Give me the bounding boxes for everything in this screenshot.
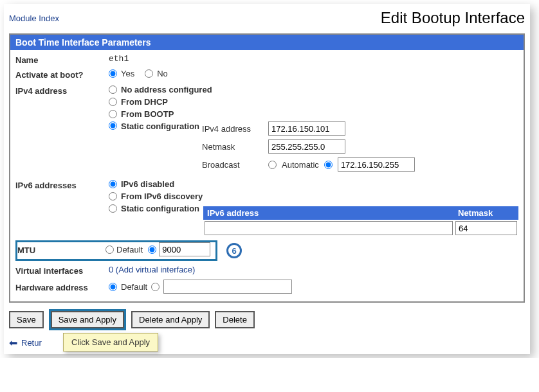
mtu-label: MTU [17, 244, 105, 255]
ipv4-static-radio[interactable] [109, 121, 117, 130]
ipv6-static-radio[interactable] [109, 204, 117, 213]
ipv6-addr-input[interactable] [205, 221, 453, 235]
ipv4-static-label: Static configuration [121, 121, 199, 131]
hw-default-label: Default [121, 282, 147, 292]
tooltip-save-apply: Click Save and Apply [63, 333, 158, 352]
broadcast-input[interactable] [338, 157, 415, 172]
callout-badge-6: 6 [226, 243, 242, 258]
activate-yes-label: Yes [121, 69, 134, 78]
name-label: Name [15, 54, 109, 65]
ipv4-label: IPv4 address [15, 85, 109, 96]
broadcast-label: Broadcast [202, 160, 263, 170]
ipv6-label: IPv6 addresses [15, 179, 109, 190]
save-button[interactable]: Save [9, 311, 44, 328]
arrow-left-icon: ⬅ [9, 337, 17, 349]
ipv4-addr-label: IPv4 address [202, 124, 263, 134]
delete-apply-button[interactable]: Delete and Apply [131, 311, 210, 328]
hw-label: Hardware address [15, 281, 109, 292]
activate-no-radio[interactable] [145, 69, 153, 78]
ipv4-dhcp-radio[interactable] [109, 98, 117, 106]
ipv6-discovery-radio[interactable] [109, 192, 117, 200]
delete-button[interactable]: Delete [215, 311, 255, 328]
mtu-default-radio[interactable] [105, 245, 114, 254]
mtu-custom-radio[interactable] [148, 245, 156, 254]
broadcast-auto-label: Automatic [282, 160, 319, 170]
activate-yes-radio[interactable] [109, 69, 117, 78]
activate-no-label: No [157, 69, 168, 78]
hw-custom-radio[interactable] [151, 283, 160, 291]
ipv4-dhcp-label: From DHCP [121, 97, 168, 107]
save-apply-button[interactable]: Save and Apply [51, 311, 124, 328]
mtu-input[interactable] [159, 242, 210, 256]
ipv6-netmask-input[interactable] [455, 221, 517, 235]
ipv4-addr-input[interactable] [268, 121, 345, 136]
name-value: eth1 [109, 54, 518, 64]
page-title: Edit Bootup Interface [381, 9, 525, 27]
ipv4-bootp-radio[interactable] [109, 110, 117, 118]
netmask-label: Netmask [202, 142, 263, 152]
boot-params-panel: Boot Time Interface Parameters Name eth1… [9, 33, 525, 303]
panel-header: Boot Time Interface Parameters [10, 35, 524, 50]
return-link[interactable]: Retur [21, 338, 42, 348]
ipv6-addr-header: IPv6 address [203, 206, 454, 220]
save-apply-highlight: Save and Apply [49, 309, 126, 330]
ipv6-discovery-label: From IPv6 discovery [121, 192, 203, 201]
hw-default-radio[interactable] [109, 283, 117, 291]
broadcast-manual-radio[interactable] [324, 161, 333, 169]
ipv6-disabled-radio[interactable] [109, 180, 117, 188]
ipv6-static-label: Static configuration [121, 204, 199, 213]
vifs-count: 0 [109, 265, 113, 274]
mtu-highlight-box: MTU Default [15, 240, 217, 261]
ipv6-netmask-header: Netmask [454, 206, 518, 220]
ipv6-disabled-label: IPv6 disabled [121, 179, 174, 189]
ipv4-none-label: No address configured [121, 85, 212, 94]
broadcast-auto-radio[interactable] [268, 161, 277, 169]
ipv4-none-radio[interactable] [109, 85, 117, 94]
vifs-label: Virtual interfaces [15, 265, 109, 276]
activate-label: Activate at boot? [15, 69, 109, 80]
add-vif-link[interactable]: (Add virtual interface) [116, 265, 196, 274]
ipv4-bootp-label: From BOOTP [121, 109, 174, 119]
module-index-link[interactable]: Module Index [9, 13, 59, 23]
netmask-input[interactable] [268, 139, 345, 154]
mtu-default-label: Default [116, 245, 143, 254]
hw-input[interactable] [163, 280, 292, 294]
